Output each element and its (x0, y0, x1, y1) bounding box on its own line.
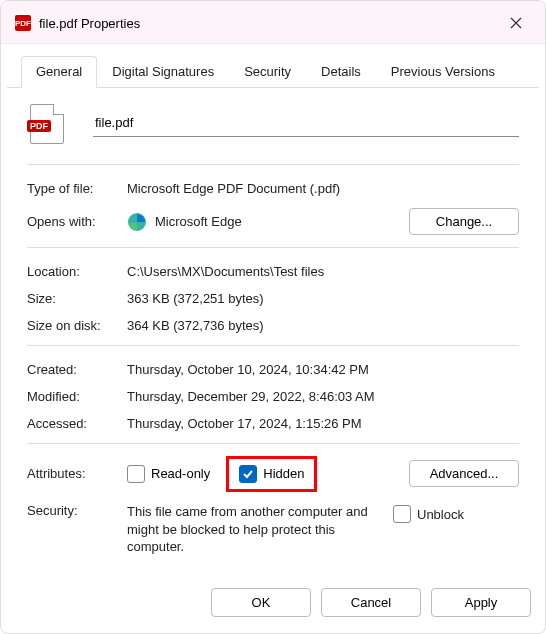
unblock-label: Unblock (417, 507, 464, 522)
modified-value: Thursday, December 29, 2022, 8:46:03 AM (127, 389, 519, 404)
size-on-disk-label: Size on disk: (27, 318, 127, 333)
security-text: This file came from another computer and… (127, 503, 377, 556)
created-value: Thursday, October 10, 2024, 10:34:42 PM (127, 362, 519, 377)
size-label: Size: (27, 291, 127, 306)
apply-button[interactable]: Apply (431, 588, 531, 617)
readonly-label: Read-only (151, 466, 210, 481)
location-value: C:\Users\MX\Documents\Test files (127, 264, 519, 279)
hidden-highlight: Hidden (226, 456, 317, 492)
tab-content: PDF file.pdf Type of file: Microsoft Edg… (1, 88, 545, 576)
divider (27, 164, 519, 165)
dialog-footer: OK Cancel Apply (1, 576, 545, 633)
hidden-checkbox[interactable]: Hidden (239, 465, 304, 483)
close-icon (510, 17, 522, 29)
pdf-icon: PDF (15, 15, 31, 31)
tab-security[interactable]: Security (229, 56, 306, 87)
ok-button[interactable]: OK (211, 588, 311, 617)
advanced-button[interactable]: Advanced... (409, 460, 519, 487)
tab-digital-signatures[interactable]: Digital Signatures (97, 56, 229, 87)
created-label: Created: (27, 362, 127, 377)
change-button[interactable]: Change... (409, 208, 519, 235)
checkbox-icon (393, 505, 411, 523)
modified-label: Modified: (27, 389, 127, 404)
checkbox-icon (127, 465, 145, 483)
divider (27, 345, 519, 346)
divider (27, 443, 519, 444)
size-on-disk-value: 364 KB (372,736 bytes) (127, 318, 519, 333)
accessed-value: Thursday, October 17, 2024, 1:15:26 PM (127, 416, 519, 431)
tab-details[interactable]: Details (306, 56, 376, 87)
properties-dialog: PDF file.pdf Properties General Digital … (0, 0, 546, 634)
type-of-file-label: Type of file: (27, 181, 127, 196)
type-of-file-value: Microsoft Edge PDF Document (.pdf) (127, 181, 519, 196)
close-button[interactable] (501, 11, 531, 35)
edge-icon (127, 212, 147, 232)
checkbox-checked-icon (239, 465, 257, 483)
attributes-label: Attributes: (27, 466, 127, 481)
security-label: Security: (27, 503, 127, 518)
file-type-icon: PDF (27, 104, 67, 144)
tab-previous-versions[interactable]: Previous Versions (376, 56, 510, 87)
unblock-checkbox[interactable]: Unblock (393, 505, 464, 523)
accessed-label: Accessed: (27, 416, 127, 431)
opens-with-label: Opens with: (27, 214, 127, 229)
readonly-checkbox[interactable]: Read-only (127, 465, 210, 483)
window-title: file.pdf Properties (39, 16, 501, 31)
hidden-label: Hidden (263, 466, 304, 481)
opens-with-value: Microsoft Edge (155, 214, 242, 229)
size-value: 363 KB (372,251 bytes) (127, 291, 519, 306)
location-label: Location: (27, 264, 127, 279)
tab-general[interactable]: General (21, 56, 97, 88)
filename-field[interactable]: file.pdf (93, 111, 519, 137)
divider (27, 247, 519, 248)
file-header: PDF file.pdf (27, 104, 519, 158)
titlebar: PDF file.pdf Properties (1, 1, 545, 44)
tab-bar: General Digital Signatures Security Deta… (7, 50, 539, 88)
cancel-button[interactable]: Cancel (321, 588, 421, 617)
